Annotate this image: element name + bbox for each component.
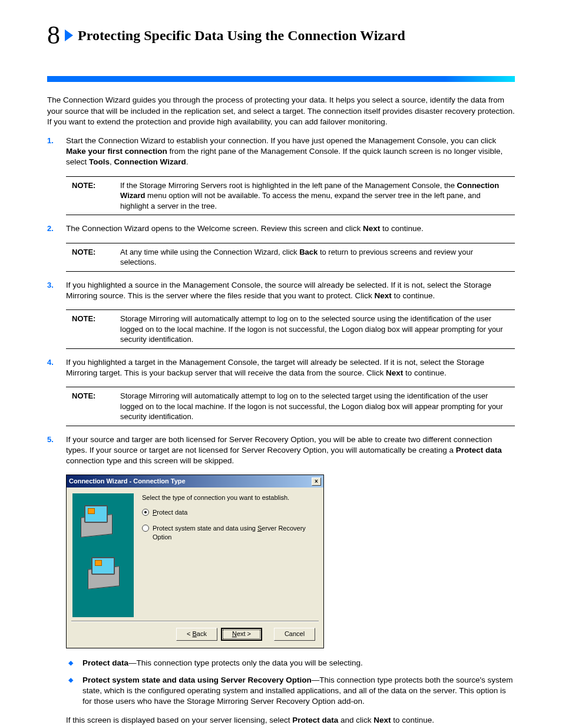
wizard-instruction: Select the type of connection you want t… [142,493,315,502]
step-2: The Connection Wizard opens to the Welco… [47,223,515,234]
steps-list-cont2: If you highlighted a source in the Manag… [47,280,515,301]
step-1-text: Start the Connection Wizard to establish… [66,136,503,166]
radio-icon [142,509,149,516]
wizard-title-text: Connection Wizard - Connection Type [69,477,186,486]
wizard-buttons: < Back Next > Cancel [67,622,323,648]
note-label: NOTE: [72,180,104,212]
computer-icon [88,557,123,589]
note-1-text: If the Storage Mirroring Servers root is… [120,180,509,212]
steps-list-cont: The Connection Wizard opens to the Welco… [47,223,515,234]
chapter-header: 8 Protecting Specific Data Using the Con… [47,18,515,52]
step-3: If you highlighted a source in the Manag… [47,280,515,301]
note-3: NOTE: Storage Mirroring will automatical… [66,309,515,349]
radio-server-recovery[interactable]: Protect system state and data using Serv… [142,524,315,542]
steps-list-cont3: If you highlighted a target in the Manag… [47,357,515,378]
note-4: NOTE: Storage Mirroring will automatical… [66,387,515,426]
separator-bar [47,76,515,82]
note-1: NOTE: If the Storage Mirroring Servers r… [66,176,515,216]
note-label: NOTE: [72,391,104,422]
closing-instruction: If this screen is displayed based on you… [66,715,515,726]
wizard-dialog: Connection Wizard - Connection Type × Se… [66,475,324,648]
chapter-title: Protecting Specific Data Using the Conne… [78,26,405,45]
computer-icon [81,505,116,537]
intro-paragraph: The Connection Wizard guides you through… [47,95,515,127]
note-3-text: Storage Mirroring will automatically att… [120,314,509,345]
arrow-icon [65,29,73,41]
radio-protect-data[interactable]: Protect data [142,508,315,517]
note-2-text: At any time while using the Connection W… [120,247,509,268]
back-button[interactable]: < Back [176,628,217,641]
wizard-sidebar-image [72,493,134,617]
bullet-protect-data: Protect data—This connection type protec… [66,658,515,668]
wizard-titlebar: Connection Wizard - Connection Type × [67,475,323,487]
radio-icon [142,525,149,532]
close-icon[interactable]: × [312,477,321,486]
step-5: If your source and targer are both licen… [47,434,515,467]
radio-label: Protect data [153,508,187,517]
wizard-main: Select the type of connection you want t… [142,493,315,617]
wizard-body: Select the type of connection you want t… [67,487,323,621]
note-label: NOTE: [72,314,104,345]
bullet-list: Protect data—This connection type protec… [66,658,515,707]
next-button[interactable]: Next > [221,628,262,641]
note-2: NOTE: At any time while using the Connec… [66,243,515,272]
note-4-text: Storage Mirroring will automatically att… [120,391,509,422]
steps-list: Start the Connection Wizard to establish… [47,136,515,168]
bullet-server-recovery: Protect system state and data using Serv… [66,675,515,707]
cancel-button[interactable]: Cancel [274,628,315,641]
chapter-number: 8 [47,18,60,52]
steps-list-cont4: If your source and targer are both licen… [47,434,515,467]
radio-label: Protect system state and data using Serv… [153,524,315,542]
note-label: NOTE: [72,247,104,268]
step-1: Start the Connection Wizard to establish… [47,136,515,168]
step-4: If you highlighted a target in the Manag… [47,357,515,378]
